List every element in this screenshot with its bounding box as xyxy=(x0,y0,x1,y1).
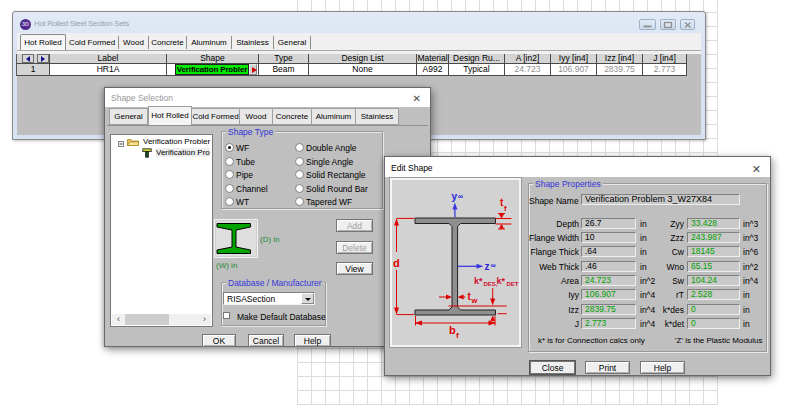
svg-text:w: w xyxy=(471,296,478,305)
svg-text:k*: k* xyxy=(474,276,483,286)
svg-text:y: y xyxy=(452,191,458,202)
svg-text:k*: k* xyxy=(497,276,506,286)
svg-text:d: d xyxy=(393,257,400,269)
svg-text:∞: ∞ xyxy=(491,261,496,270)
svg-text:f: f xyxy=(504,204,507,213)
svg-text:DET: DET xyxy=(507,281,519,287)
svg-text:b: b xyxy=(449,324,456,336)
svg-text:∞: ∞ xyxy=(458,192,463,201)
svg-text:f: f xyxy=(456,331,459,340)
svg-text:z: z xyxy=(485,261,490,272)
